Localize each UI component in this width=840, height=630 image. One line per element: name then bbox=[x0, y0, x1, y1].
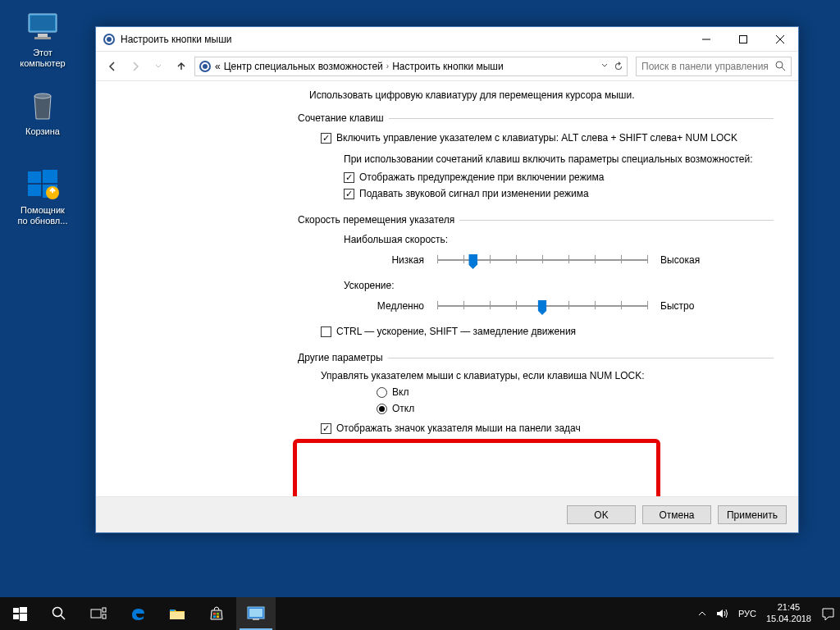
checkbox-icon bbox=[344, 189, 354, 199]
svg-rect-5 bbox=[28, 171, 41, 183]
checkbox-ctrl-shift[interactable]: CTRL — ускорение, SHIFT — замедление дви… bbox=[321, 326, 774, 337]
svg-rect-36 bbox=[217, 616, 219, 619]
svg-rect-39 bbox=[253, 619, 259, 620]
slider-fast-label: Быстро bbox=[660, 300, 718, 312]
address-dropdown-icon[interactable] bbox=[600, 62, 609, 71]
store-button[interactable] bbox=[197, 597, 236, 630]
checkbox-show-warning[interactable]: Отображать предупреждение при включении … bbox=[344, 171, 774, 183]
up-button[interactable] bbox=[171, 57, 191, 76]
forward-button[interactable] bbox=[126, 57, 145, 76]
language-indicator[interactable]: РУС bbox=[738, 609, 756, 619]
checkbox-icon bbox=[321, 423, 331, 434]
back-button[interactable] bbox=[103, 57, 122, 76]
radio-icon bbox=[377, 387, 387, 398]
checkbox-icon bbox=[344, 172, 354, 183]
minimize-button[interactable] bbox=[687, 27, 724, 51]
checkbox-icon bbox=[321, 133, 331, 144]
annotation-box bbox=[293, 439, 660, 496]
close-button[interactable] bbox=[761, 27, 798, 51]
breadcrumb-level1[interactable]: Центр специальных возможностей bbox=[224, 61, 383, 72]
svg-rect-35 bbox=[213, 616, 216, 619]
svg-rect-28 bbox=[91, 609, 101, 618]
checkbox-label: Включить управление указателем с клавиат… bbox=[336, 132, 737, 144]
group-speed-header: Скорость перемещения указателя bbox=[298, 214, 774, 226]
ease-of-access-icon bbox=[103, 33, 116, 46]
slider-low-label: Низкая bbox=[367, 254, 424, 266]
checkbox-show-taskbar-icon[interactable]: Отображать значок указателя мыши на пане… bbox=[321, 422, 774, 434]
breadcrumb-level2[interactable]: Настроить кнопки мыши bbox=[392, 61, 504, 72]
svg-rect-23 bbox=[20, 607, 27, 613]
content-area: Использовать цифровую клавиатуру для пер… bbox=[96, 81, 798, 496]
desktop-icon-update-assistant[interactable]: Помощник по обновл... bbox=[11, 167, 74, 226]
action-center-icon[interactable] bbox=[821, 607, 835, 621]
group-other-header: Другие параметры bbox=[298, 352, 774, 363]
shortcut-note: При использовании сочетаний клавиш включ… bbox=[344, 153, 774, 165]
svg-rect-14 bbox=[739, 35, 746, 43]
slider-thumb[interactable] bbox=[538, 300, 547, 315]
refresh-icon[interactable] bbox=[614, 62, 623, 71]
chevron-right-icon[interactable]: › bbox=[386, 62, 389, 71]
checkbox-label: Отображать значок указателя мыши на пане… bbox=[336, 422, 581, 434]
accel-label: Ускорение: bbox=[344, 280, 774, 291]
search-placeholder: Поиск в панели управления bbox=[641, 61, 769, 72]
radio-numlock-on[interactable]: Вкл bbox=[377, 386, 774, 398]
trash-icon bbox=[25, 89, 60, 123]
volume-icon[interactable] bbox=[716, 608, 728, 619]
control-panel-task-button[interactable] bbox=[236, 597, 276, 630]
windows-update-icon bbox=[25, 167, 60, 202]
apply-button[interactable]: Применить bbox=[718, 505, 787, 524]
desktop-icon-label: Корзина bbox=[11, 126, 74, 137]
svg-rect-30 bbox=[103, 614, 106, 619]
top-speed-label: Наибольшая скорость: bbox=[344, 234, 774, 245]
svg-point-4 bbox=[34, 94, 51, 98]
file-explorer-button[interactable] bbox=[158, 597, 197, 630]
svg-point-20 bbox=[776, 62, 783, 68]
window-title: Настроить кнопки мыши bbox=[121, 34, 687, 45]
titlebar: Настроить кнопки мыши bbox=[96, 27, 798, 52]
svg-rect-22 bbox=[13, 608, 19, 613]
checkbox-enable-pointer[interactable]: Включить управление указателем с клавиат… bbox=[321, 132, 774, 144]
edge-button[interactable] bbox=[118, 597, 158, 630]
svg-rect-29 bbox=[103, 608, 106, 612]
description-text: Использовать цифровую клавиатуру для пер… bbox=[309, 89, 774, 101]
svg-point-26 bbox=[53, 608, 62, 617]
tray-chevron-up-icon[interactable] bbox=[698, 609, 706, 618]
svg-rect-6 bbox=[43, 170, 57, 183]
desktop-icon-recycle-bin[interactable]: Корзина bbox=[11, 89, 74, 137]
monitor-icon bbox=[25, 10, 60, 44]
svg-rect-3 bbox=[34, 37, 51, 39]
radio-label: Вкл bbox=[392, 386, 409, 398]
recent-dropdown[interactable] bbox=[148, 57, 168, 76]
ok-button[interactable]: OK bbox=[567, 505, 636, 524]
footer: OK Отмена Применить bbox=[96, 496, 798, 532]
slider-slow-label: Медленно bbox=[367, 300, 424, 312]
time-text: 21:45 bbox=[766, 602, 811, 614]
checkbox-play-sound[interactable]: Подавать звуковой сигнал при изменении р… bbox=[344, 188, 774, 199]
slider-thumb[interactable] bbox=[468, 254, 477, 269]
radio-numlock-off[interactable]: Откл bbox=[377, 403, 774, 414]
taskbar: РУС 21:45 15.04.2018 bbox=[0, 597, 840, 630]
svg-line-21 bbox=[782, 67, 785, 71]
svg-rect-34 bbox=[217, 613, 219, 615]
radio-icon bbox=[377, 404, 387, 414]
desktop-icon-this-pc[interactable]: Этот компьютер bbox=[11, 10, 74, 69]
numlock-note: Управлять указателем мыши с клавиатуры, … bbox=[321, 370, 774, 381]
svg-rect-24 bbox=[13, 614, 19, 619]
search-task-button[interactable] bbox=[39, 597, 79, 630]
search-input[interactable]: Поиск в панели управления bbox=[636, 57, 792, 76]
svg-rect-1 bbox=[30, 16, 55, 30]
date-text: 15.04.2018 bbox=[766, 614, 811, 625]
start-button[interactable] bbox=[0, 597, 39, 630]
clock[interactable]: 21:45 15.04.2018 bbox=[766, 602, 811, 625]
checkbox-label: CTRL — ускорение, SHIFT — замедление дви… bbox=[336, 326, 576, 337]
search-icon bbox=[775, 61, 786, 71]
maximize-button[interactable] bbox=[724, 27, 761, 51]
address-bar[interactable]: « Центр специальных возможностей › Настр… bbox=[194, 57, 628, 76]
svg-point-19 bbox=[203, 64, 208, 69]
cancel-button[interactable]: Отмена bbox=[642, 505, 711, 524]
svg-rect-38 bbox=[249, 609, 262, 617]
checkbox-icon bbox=[321, 326, 331, 337]
accel-slider[interactable] bbox=[437, 298, 647, 314]
top-speed-slider[interactable] bbox=[437, 252, 647, 268]
task-view-button[interactable] bbox=[79, 597, 118, 630]
